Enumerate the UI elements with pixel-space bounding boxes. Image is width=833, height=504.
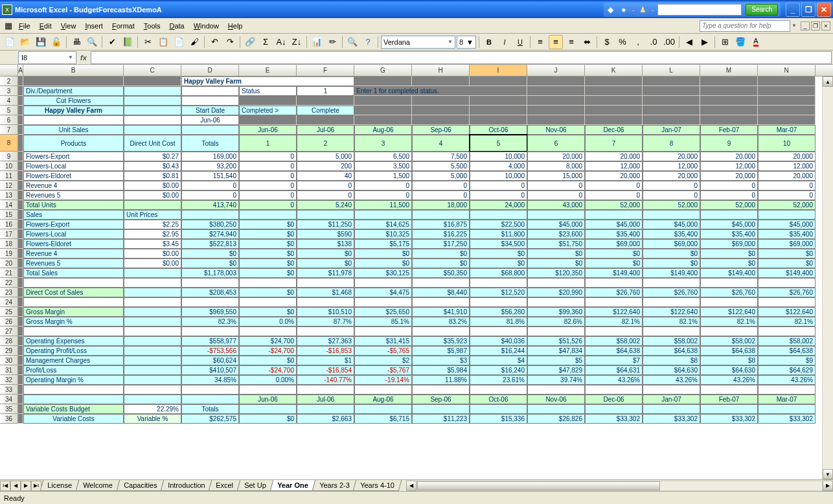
cell[interactable] xyxy=(470,404,527,414)
sheet-tab-introduction[interactable]: Introduction xyxy=(161,480,212,491)
cell[interactable] xyxy=(758,115,816,125)
cell[interactable]: 200 xyxy=(297,161,354,171)
col-header-D[interactable]: D xyxy=(181,65,239,76)
doc-minimize-button[interactable]: _ xyxy=(801,21,810,30)
cell[interactable]: 12,000 xyxy=(585,161,643,171)
cell[interactable]: Total Sales xyxy=(23,268,124,278)
cell[interactable]: $64,630 xyxy=(700,365,758,375)
align-center-icon[interactable]: ≡ xyxy=(549,35,563,49)
copy-icon[interactable]: 📋 xyxy=(156,35,170,49)
cell[interactable]: 20,000 xyxy=(643,171,700,181)
menu-data[interactable]: Data xyxy=(165,20,188,32)
cell[interactable]: $24,700 xyxy=(239,336,297,346)
cell[interactable]: 7 xyxy=(585,135,643,152)
cell[interactable]: $0 xyxy=(643,258,700,268)
cell[interactable]: 0 xyxy=(239,152,297,161)
zoom-icon[interactable]: 🔍 xyxy=(345,35,359,49)
cell[interactable]: Totals xyxy=(181,404,239,414)
cell[interactable]: Happy Valley Farm xyxy=(181,76,354,86)
row-header-18[interactable]: 18 xyxy=(0,239,18,249)
cell[interactable] xyxy=(470,385,527,395)
cell[interactable] xyxy=(18,135,23,152)
name-box[interactable]: I8▼ xyxy=(18,51,76,64)
autosum-icon[interactable]: Σ xyxy=(258,35,273,49)
cell[interactable]: 20,000 xyxy=(700,152,758,161)
horizontal-scrollbar[interactable]: ◀ ▶ xyxy=(406,480,833,491)
underline-icon[interactable]: U xyxy=(513,35,527,49)
search-button[interactable]: Search xyxy=(746,4,778,16)
cell[interactable]: -$5,767 xyxy=(354,365,412,375)
cell[interactable]: Mar-07 xyxy=(758,395,816,404)
cell[interactable]: $0 xyxy=(239,239,297,249)
cell[interactable]: $0 xyxy=(239,249,297,258)
col-header-A[interactable]: A xyxy=(18,65,23,76)
cell[interactable]: $10,325 xyxy=(354,229,412,239)
cell[interactable] xyxy=(239,326,297,336)
cell[interactable]: $2 xyxy=(354,356,412,365)
cell[interactable]: $0 xyxy=(354,258,412,268)
col-header-K[interactable]: K xyxy=(585,65,643,76)
cell[interactable]: 5,000 xyxy=(412,171,470,181)
cell[interactable] xyxy=(354,278,412,288)
currency-icon[interactable]: $ xyxy=(600,35,614,49)
col-header-C[interactable]: C xyxy=(124,65,181,76)
cell[interactable] xyxy=(124,297,181,307)
cell[interactable] xyxy=(354,326,412,336)
cell[interactable]: $2,663 xyxy=(297,414,354,424)
cell[interactable]: $11,250 xyxy=(297,220,354,229)
cell[interactable] xyxy=(18,385,23,395)
cell[interactable]: $0 xyxy=(700,249,758,258)
row-header-31[interactable]: 31 xyxy=(0,365,18,375)
decrease-decimal-icon[interactable]: .00 xyxy=(662,35,676,49)
cell[interactable] xyxy=(527,86,585,96)
cell[interactable]: $58,002 xyxy=(758,336,816,346)
row-header-32[interactable]: 32 xyxy=(0,375,18,385)
row-header-3[interactable]: 3 xyxy=(0,86,18,96)
cell[interactable]: $0 xyxy=(239,268,297,278)
align-right-icon[interactable]: ≡ xyxy=(564,35,578,49)
cell[interactable] xyxy=(527,115,585,125)
cell[interactable] xyxy=(18,297,23,307)
cell[interactable] xyxy=(700,297,758,307)
cell[interactable]: Revenues 5 xyxy=(23,190,124,200)
sheet-tab-year-one[interactable]: Year One xyxy=(270,480,315,491)
cell[interactable] xyxy=(297,326,354,336)
cell[interactable]: 10,000 xyxy=(470,171,527,181)
cell[interactable]: 0 xyxy=(354,181,412,190)
cell[interactable] xyxy=(18,200,23,210)
cell[interactable]: $0 xyxy=(239,220,297,229)
cell[interactable] xyxy=(181,210,239,220)
cell[interactable]: $558,977 xyxy=(181,336,239,346)
drawing-icon[interactable]: ✏ xyxy=(325,35,339,49)
cell[interactable]: 7,500 xyxy=(412,152,470,161)
cell[interactable]: $120,350 xyxy=(527,268,585,278)
cell[interactable] xyxy=(239,278,297,288)
cell[interactable] xyxy=(124,268,181,278)
cell[interactable]: 0.0% xyxy=(239,317,297,326)
cell[interactable] xyxy=(124,86,181,96)
menu-edit[interactable]: Edit xyxy=(35,20,56,32)
cell[interactable]: Variable Costs xyxy=(23,414,124,424)
cell[interactable]: $69,000 xyxy=(758,239,816,249)
cell[interactable]: $64,638 xyxy=(758,346,816,356)
cell[interactable]: $149,400 xyxy=(758,268,816,278)
cell[interactable] xyxy=(18,307,23,317)
cell[interactable]: 93,200 xyxy=(181,161,239,171)
cell[interactable]: 5 xyxy=(470,135,527,152)
cell[interactable]: Revenues 5 xyxy=(23,258,124,268)
cell[interactable] xyxy=(23,76,124,86)
cell[interactable]: $0 xyxy=(181,249,239,258)
cell[interactable] xyxy=(758,326,816,336)
cell[interactable]: Jun-06 xyxy=(239,125,297,135)
cell[interactable]: 11,500 xyxy=(354,200,412,210)
cell[interactable] xyxy=(18,115,23,125)
cell[interactable]: 52,000 xyxy=(643,200,700,210)
cell[interactable]: $0 xyxy=(700,258,758,268)
cell[interactable]: Feb-07 xyxy=(700,395,758,404)
cell[interactable] xyxy=(412,297,470,307)
cell[interactable]: $10,510 xyxy=(297,307,354,317)
cell[interactable]: Variable % xyxy=(124,414,181,424)
cell[interactable]: $0.27 xyxy=(124,152,181,161)
cell[interactable]: $64,638 xyxy=(700,346,758,356)
cell[interactable]: $0 xyxy=(643,249,700,258)
